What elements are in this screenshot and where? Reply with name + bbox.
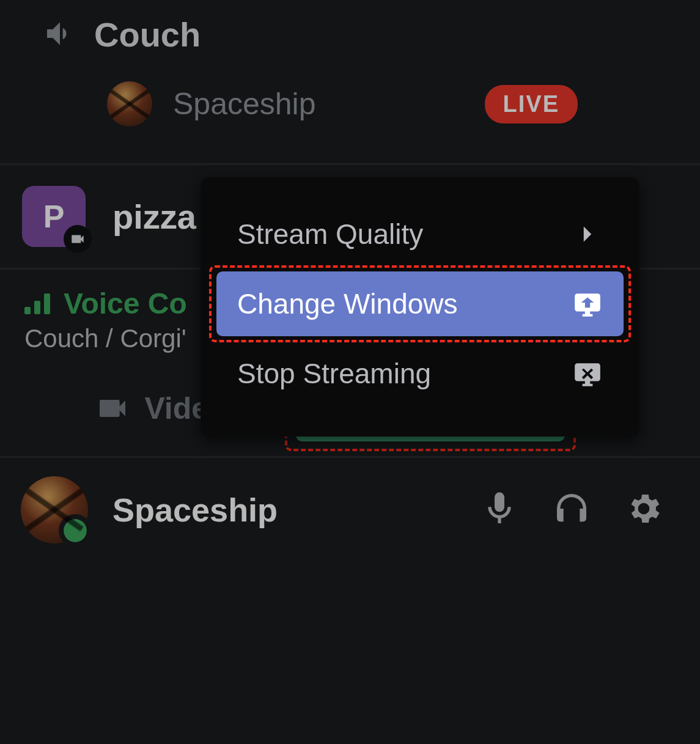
activity-tile-letter: P [43,198,65,235]
camera-badge-icon [64,225,92,253]
video-camera-icon [95,391,130,425]
avatar[interactable] [21,476,88,543]
microphone-icon [480,489,519,528]
activity-tile: P [22,186,86,247]
streamer-name: Spaceship [173,86,485,122]
mute-button[interactable] [480,489,519,531]
menu-label: Stop Streaming [237,357,431,390]
menu-change-windows[interactable]: Change Windows [216,271,624,336]
speaker-icon [43,17,77,53]
avatar [107,81,152,127]
menu-stop-streaming[interactable]: Stop Streaming [216,341,624,406]
activity-name: pizza [112,197,196,237]
live-badge: LIVE [485,85,578,123]
menu-stream-quality[interactable]: Stream Quality [216,202,624,267]
menu-label: Change Windows [237,287,458,320]
voice-connected-label: Voice Co [64,287,187,320]
stream-context-menu: Stream Quality Change Windows Stop Strea… [201,177,639,436]
headphones-icon [552,489,591,528]
chevron-right-icon [572,219,603,249]
settings-button[interactable] [624,489,663,531]
voice-channel-header[interactable]: Couch [0,0,700,63]
user-panel: Spaceship [0,458,700,562]
current-user-name: Spaceship [112,491,455,529]
screen-share-icon [572,289,603,319]
stop-screen-icon [572,358,603,389]
deafen-button[interactable] [552,489,591,531]
menu-label: Stream Quality [237,218,423,251]
signal-icon [24,293,50,314]
streaming-user-row[interactable]: Spaceship LIVE [0,63,700,163]
channel-name: Couch [94,15,201,54]
gear-icon [624,489,663,528]
online-status-icon [64,519,87,542]
